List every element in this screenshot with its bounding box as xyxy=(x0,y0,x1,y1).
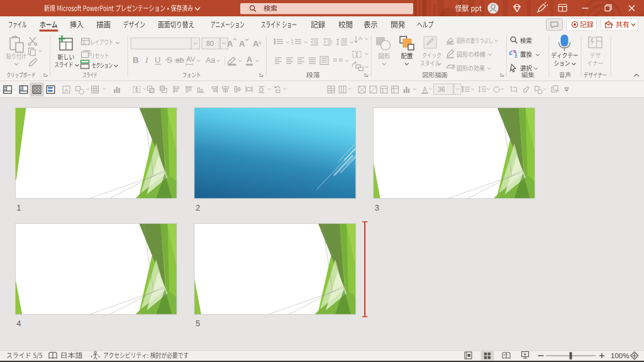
svg-text:1: 1 xyxy=(16,203,21,212)
svg-text:36: 36 xyxy=(438,85,445,93)
svg-text:5: 5 xyxy=(196,319,200,328)
svg-text:3: 3 xyxy=(291,41,293,45)
svg-text:A: A xyxy=(423,86,427,93)
svg-text:U: U xyxy=(155,55,160,65)
svg-text:B: B xyxy=(133,55,138,65)
svg-text:4: 4 xyxy=(16,319,21,328)
svg-text:80: 80 xyxy=(206,40,214,47)
svg-text:Aa: Aa xyxy=(206,56,215,65)
svg-text:100%: 100% xyxy=(611,352,629,359)
svg-text:A: A xyxy=(247,55,252,64)
svg-text:A: A xyxy=(239,39,245,48)
svg-text:2: 2 xyxy=(196,203,200,212)
svg-text:A: A xyxy=(65,87,69,93)
svg-text:c: c xyxy=(515,53,518,59)
svg-text:3: 3 xyxy=(375,203,379,212)
svg-text:A: A xyxy=(227,39,233,48)
svg-text:AV: AV xyxy=(186,55,196,63)
svg-text:A: A xyxy=(253,39,259,48)
